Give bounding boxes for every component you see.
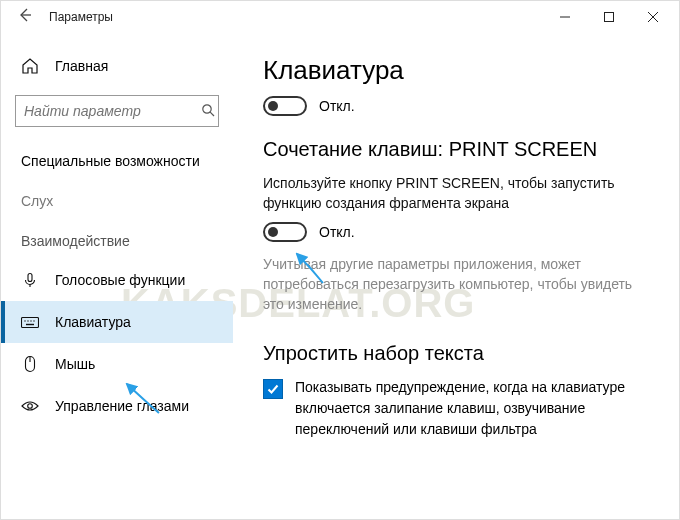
svg-rect-13 xyxy=(26,324,34,325)
svg-rect-1 xyxy=(605,13,614,22)
search-input-wrap[interactable] xyxy=(15,95,219,127)
toggle-keyboard[interactable] xyxy=(263,96,307,116)
svg-point-9 xyxy=(24,320,25,321)
sidebar-section-interaction: Взаимодействие xyxy=(1,219,233,259)
sidebar-section-accessibility: Специальные возможности xyxy=(1,139,233,179)
mic-icon xyxy=(21,271,39,289)
page-title: Клавиатура xyxy=(263,55,649,86)
svg-line-5 xyxy=(210,112,214,116)
maximize-button[interactable] xyxy=(587,1,631,33)
sidebar-item-label: Голосовые функции xyxy=(55,272,185,288)
svg-point-10 xyxy=(27,320,28,321)
sidebar-item-mouse[interactable]: Мышь xyxy=(1,343,233,385)
svg-point-11 xyxy=(30,320,31,321)
sidebar-item-label: Клавиатура xyxy=(55,314,131,330)
home-icon xyxy=(21,57,39,75)
toggle-printscreen-state: Откл. xyxy=(319,224,355,240)
sidebar-section-hearing: Слух xyxy=(1,179,233,219)
svg-point-16 xyxy=(28,404,33,409)
eye-icon xyxy=(21,397,39,415)
printscreen-note: Учитывая другие параметры приложения, мо… xyxy=(263,254,649,315)
window-title: Параметры xyxy=(45,10,543,24)
content: Клавиатура Откл. Сочетание клавиш: PRINT… xyxy=(233,33,679,519)
checkbox-row-warning: Показывать предупреждение, когда на клав… xyxy=(263,377,649,440)
mouse-icon xyxy=(21,355,39,373)
close-button[interactable] xyxy=(631,1,675,33)
sidebar-home[interactable]: Главная xyxy=(1,51,233,81)
toggle-printscreen[interactable] xyxy=(263,222,307,242)
sidebar-item-label: Мышь xyxy=(55,356,95,372)
layout: KAKSDELAT.ORG Главная Специальные возмож… xyxy=(1,33,679,519)
checkbox-show-warning-label: Показывать предупреждение, когда на клав… xyxy=(295,377,649,440)
toggle-row-1: Откл. xyxy=(263,96,649,116)
sidebar-item-label: Управление глазами xyxy=(55,398,189,414)
sidebar: Главная Специальные возможности Слух Вза… xyxy=(1,33,233,519)
svg-point-4 xyxy=(203,104,211,112)
svg-point-12 xyxy=(33,320,34,321)
toggle-row-2: Откл. xyxy=(263,222,649,242)
printscreen-desc: Используйте кнопку PRINT SCREEN, чтобы з… xyxy=(263,173,649,214)
keyboard-icon xyxy=(21,313,39,331)
titlebar: Параметры xyxy=(1,1,679,33)
sidebar-item-keyboard[interactable]: Клавиатура xyxy=(1,301,233,343)
window-controls xyxy=(543,1,675,33)
back-button[interactable] xyxy=(5,7,45,27)
search-icon xyxy=(201,103,215,120)
minimize-button[interactable] xyxy=(543,1,587,33)
svg-rect-8 xyxy=(22,318,39,328)
section-printscreen-title: Сочетание клавиш: PRINT SCREEN xyxy=(263,138,649,161)
toggle-keyboard-state: Откл. xyxy=(319,98,355,114)
svg-rect-6 xyxy=(28,274,32,282)
checkbox-show-warning[interactable] xyxy=(263,379,283,399)
sidebar-item-eye-control[interactable]: Управление глазами xyxy=(1,385,233,427)
sidebar-item-speech[interactable]: Голосовые функции xyxy=(1,259,233,301)
section-simplify-title: Упростить набор текста xyxy=(263,342,649,365)
sidebar-home-label: Главная xyxy=(55,58,108,74)
search-input[interactable] xyxy=(24,103,201,119)
